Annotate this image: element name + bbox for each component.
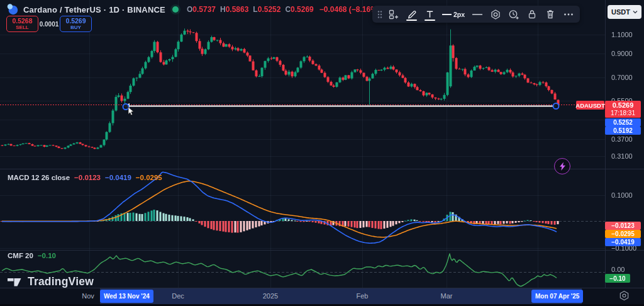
buy-price: 0.5269 <box>65 18 86 25</box>
cmf-title[interactable]: CMF 20 <box>8 252 33 259</box>
instant-trade-button[interactable] <box>554 158 570 174</box>
order-panel: 0.5268 SELL 0.0001 0.5269 BUY <box>6 16 92 32</box>
last-price-label: 0.5269 17:18:31 <box>605 101 641 118</box>
ohlc-key: H <box>220 5 226 14</box>
order-price-label: 0.5192 <box>605 127 641 135</box>
price-tick: 0.7000 <box>611 74 633 81</box>
macd-value-label: −0.0123 <box>605 222 641 230</box>
tradingview-logo-icon <box>8 276 23 288</box>
pencil-icon[interactable] <box>403 7 420 21</box>
range-date-button[interactable]: Wed 13 Nov '24 <box>100 290 153 303</box>
sell-button[interactable]: 0.5268 SELL <box>6 16 38 32</box>
cmf-value-label: −0.10 <box>605 274 630 283</box>
bar-countdown: 17:18:31 <box>611 110 635 117</box>
time-axis-month: Feb <box>348 288 376 304</box>
more-icon[interactable] <box>560 7 577 21</box>
cmf-value: −0.10 <box>38 252 56 259</box>
line-style-icon[interactable] <box>469 7 486 21</box>
ohlc-key: C <box>285 5 291 14</box>
settings-icon[interactable] <box>487 7 504 21</box>
macd-values: −0.0123−0.0419−0.0295 <box>74 174 162 181</box>
macd-title[interactable]: MACD 12 26 close <box>8 174 70 181</box>
macd-axis-tick: 0.1000 <box>611 191 633 199</box>
line-width-icon[interactable]: 2px <box>440 7 467 21</box>
ohlc-value: 0.5252 <box>258 5 281 14</box>
price-tick: 0.3700 <box>611 135 633 143</box>
ohlc-value: 0.5269 <box>291 5 314 14</box>
cmf-legend: CMF 20 −0.10 <box>8 252 56 259</box>
tradingview-watermark[interactable]: TradingView <box>8 275 94 288</box>
last-price-value: 0.5269 <box>613 101 634 110</box>
order-price-label: 0.5252 <box>605 118 641 127</box>
lightning-icon <box>558 162 567 171</box>
cardano-logo-icon <box>6 3 19 16</box>
price-tick: 0.9000 <box>611 50 633 57</box>
ohlc-value: 0.5737 <box>192 5 216 14</box>
time-axis[interactable]: NovDec2025FebMarWed 13 Nov '24Mon 07 Apr… <box>0 288 644 304</box>
symbol-price-tag: ADAUSDT <box>576 101 604 110</box>
market-status-icon <box>172 6 179 13</box>
macd-value: −0.0295 <box>136 174 162 181</box>
change-value: −0.0468 (−8.16%) <box>319 5 380 14</box>
ohlc-key: O <box>187 5 192 14</box>
price-tick: 0.3100 <box>611 152 633 160</box>
add-object-icon[interactable] <box>385 7 402 21</box>
ohlc-values: O0.5737H0.5863L0.5252C0.5269 <box>187 5 314 14</box>
symbol-header: Cardano / TetherUS · 1D · BINANCE O0.573… <box>6 3 380 16</box>
macd-legend: MACD 12 26 close −0.0123−0.0419−0.0295 <box>8 174 162 181</box>
drag-handle-icon[interactable] <box>375 7 384 21</box>
cmf-zero-tick: 0.00 <box>611 266 625 273</box>
delete-icon[interactable] <box>541 7 558 21</box>
line-width-label: 2px <box>453 11 465 18</box>
range-date-button[interactable]: Mon 07 Apr '25 <box>531 290 583 303</box>
macd-value-label: −0.0295 <box>605 230 641 238</box>
lock-icon[interactable] <box>523 7 540 21</box>
spread-value: 0.0001 <box>38 21 60 28</box>
add-alert-icon[interactable] <box>505 7 522 21</box>
tradingview-chart-window: Cardano / TetherUS · 1D · BINANCE O0.573… <box>0 0 644 306</box>
ohlc-key: L <box>253 5 257 14</box>
time-axis-month: Nov <box>74 288 102 304</box>
drawing-toolbar: 2px <box>372 6 580 23</box>
currency-label: USDT <box>611 8 630 16</box>
ohlc-value: 0.5863 <box>226 5 249 14</box>
symbol-title[interactable]: Cardano / TetherUS · 1D · BINANCE <box>23 5 165 14</box>
chart-canvas[interactable] <box>0 0 644 306</box>
sell-label: SELL <box>16 25 28 30</box>
buy-button[interactable]: 0.5269 BUY <box>60 16 92 32</box>
macd-value: −0.0419 <box>105 174 131 181</box>
macd-value: −0.0123 <box>74 174 101 181</box>
price-tick: 1.1000 <box>611 31 633 38</box>
axis-settings-icon[interactable] <box>619 290 630 301</box>
buy-label: BUY <box>70 25 81 30</box>
text-tool-icon[interactable] <box>421 7 438 21</box>
currency-button[interactable]: USDT <box>608 5 641 19</box>
time-axis-month: Dec <box>164 288 192 304</box>
time-axis-month: 2025 <box>257 288 284 304</box>
watermark-label: TradingView <box>28 275 94 288</box>
time-axis-month: Mar <box>433 288 460 304</box>
sell-price: 0.5268 <box>12 18 32 25</box>
chevron-down-icon <box>633 10 638 14</box>
macd-value-label: −0.0419 <box>605 238 641 246</box>
